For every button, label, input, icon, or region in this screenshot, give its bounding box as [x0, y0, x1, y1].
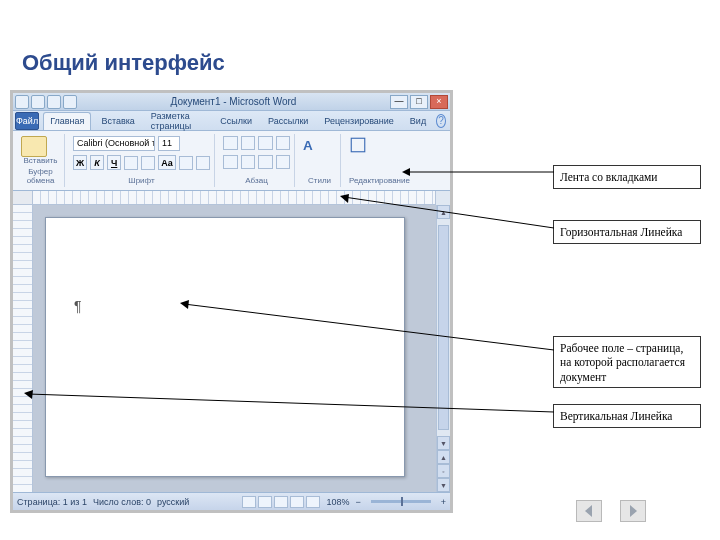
view-draft-icon[interactable]: [306, 496, 320, 508]
chevron-left-icon: [582, 504, 596, 518]
scroll-thumb[interactable]: [438, 225, 448, 430]
svg-text:A: A: [303, 138, 313, 153]
pilcrow-mark: ¶: [74, 298, 82, 314]
font-name-select[interactable]: Calibri (Основной текст): [73, 136, 155, 151]
status-page: Страница: 1 из 1: [17, 497, 87, 507]
status-words: Число слов: 0: [93, 497, 151, 507]
bullets-icon[interactable]: [223, 136, 238, 150]
workarea[interactable]: ¶: [33, 205, 436, 492]
styles-icon[interactable]: A: [303, 136, 321, 154]
view-full-screen-icon[interactable]: [258, 496, 272, 508]
window-title: Документ1 - Microsoft Word: [77, 96, 390, 107]
zoom-in-button[interactable]: +: [441, 497, 446, 507]
tab-insert[interactable]: Вставка: [95, 112, 140, 130]
save-icon[interactable]: [31, 95, 45, 109]
file-tab[interactable]: Файл: [15, 112, 39, 130]
svg-marker-10: [585, 505, 592, 517]
group-label-font: Шрифт: [73, 176, 210, 185]
view-print-layout-icon[interactable]: [242, 496, 256, 508]
callout-ribbon: Лента со вкладками: [553, 165, 701, 189]
ribbon-tabs: Файл Главная Вставка Разметка страницы С…: [13, 111, 450, 131]
multilevel-icon[interactable]: [258, 136, 273, 150]
chevron-right-icon: [626, 504, 640, 518]
group-editing: Редактирование: [345, 134, 409, 187]
zoom-level[interactable]: 108%: [326, 497, 349, 507]
indent-icon[interactable]: [276, 136, 291, 150]
help-icon[interactable]: ?: [436, 114, 446, 128]
zoom-out-button[interactable]: −: [355, 497, 360, 507]
callout-workarea: Рабочее поле – страница, на которой расп…: [553, 336, 701, 388]
ruler-corner: [13, 191, 33, 205]
view-buttons: [242, 496, 320, 508]
ruler-row: [13, 191, 450, 205]
group-label-styles: Стили: [303, 176, 336, 185]
align-right-icon[interactable]: [258, 155, 273, 169]
group-paragraph: Абзац: [219, 134, 295, 187]
browse-object-button[interactable]: ◦: [437, 464, 450, 478]
scroll-down-button[interactable]: ▼: [437, 436, 450, 450]
paste-icon[interactable]: [21, 136, 47, 157]
view-web-layout-icon[interactable]: [274, 496, 288, 508]
tab-home[interactable]: Главная: [43, 112, 91, 130]
maximize-button[interactable]: □: [410, 95, 428, 109]
strikethrough-icon[interactable]: [124, 156, 138, 170]
prev-slide-button[interactable]: [576, 500, 602, 522]
zoom-slider[interactable]: [371, 500, 431, 503]
callout-ruler-horizontal: Горизонтальная Линейка: [553, 220, 701, 244]
bold-button[interactable]: Ж: [73, 155, 87, 170]
tab-references[interactable]: Ссылки: [214, 112, 258, 130]
tab-view[interactable]: Вид: [404, 112, 432, 130]
group-label-clipboard: Буфер обмена: [21, 167, 60, 185]
redo-icon[interactable]: [63, 95, 77, 109]
undo-icon[interactable]: [47, 95, 61, 109]
next-slide-button[interactable]: [620, 500, 646, 522]
group-label-paragraph: Абзац: [223, 176, 290, 185]
scroll-up-button[interactable]: ▲: [437, 205, 450, 219]
window-controls: — □ ×: [390, 95, 448, 109]
quick-access-toolbar: [15, 95, 77, 109]
svg-marker-11: [630, 505, 637, 517]
close-button[interactable]: ×: [430, 95, 448, 109]
align-center-icon[interactable]: [241, 155, 256, 169]
font-color-icon[interactable]: [196, 156, 210, 170]
status-language[interactable]: русский: [157, 497, 189, 507]
statusbar: Страница: 1 из 1 Число слов: 0 русский 1…: [13, 492, 450, 510]
tab-mailings[interactable]: Рассылки: [262, 112, 314, 130]
highlight-icon[interactable]: [179, 156, 193, 170]
numbering-icon[interactable]: [241, 136, 256, 150]
minimize-button[interactable]: —: [390, 95, 408, 109]
svg-rect-1: [351, 138, 365, 152]
tab-page-layout[interactable]: Разметка страницы: [145, 112, 210, 130]
scrollbar-vertical[interactable]: ▲ ▼ ▲ ◦ ▼: [436, 205, 450, 492]
document-zone: ¶ ▲ ▼ ▲ ◦ ▼: [13, 205, 450, 492]
font-size-select[interactable]: 11: [158, 136, 180, 151]
callout-ruler-vertical: Вертикальная Линейка: [553, 404, 701, 428]
page[interactable]: ¶: [45, 217, 405, 477]
group-label-editing: Редактирование: [349, 176, 405, 185]
underline-button[interactable]: Ч: [107, 155, 121, 170]
prev-page-button[interactable]: ▲: [437, 450, 450, 464]
view-outline-icon[interactable]: [290, 496, 304, 508]
find-icon[interactable]: [349, 136, 367, 154]
sub-super-icon[interactable]: [141, 156, 155, 170]
group-styles: A Стили: [299, 134, 341, 187]
slide-title: Общий интерфейс: [22, 50, 225, 76]
group-clipboard: Вставить Буфер обмена: [17, 134, 65, 187]
justify-icon[interactable]: [276, 155, 291, 169]
group-font: Calibri (Основной текст) 11 Ж К Ч Aa Шри…: [69, 134, 215, 187]
paste-label: Вставить: [21, 157, 60, 165]
ruler-vertical[interactable]: [13, 205, 33, 492]
ribbon: Вставить Буфер обмена Calibri (Основной …: [13, 131, 450, 191]
ruler-horizontal[interactable]: [33, 191, 450, 205]
italic-button[interactable]: К: [90, 155, 104, 170]
align-left-icon[interactable]: [223, 155, 238, 169]
next-page-button[interactable]: ▼: [437, 478, 450, 492]
word-window: Документ1 - Microsoft Word — □ × Файл Гл…: [10, 90, 453, 513]
text-effect-icon[interactable]: Aa: [158, 155, 176, 170]
titlebar: Документ1 - Microsoft Word — □ ×: [13, 93, 450, 111]
slide-nav: [576, 500, 646, 522]
word-app-icon: [15, 95, 29, 109]
tab-review[interactable]: Рецензирование: [318, 112, 400, 130]
